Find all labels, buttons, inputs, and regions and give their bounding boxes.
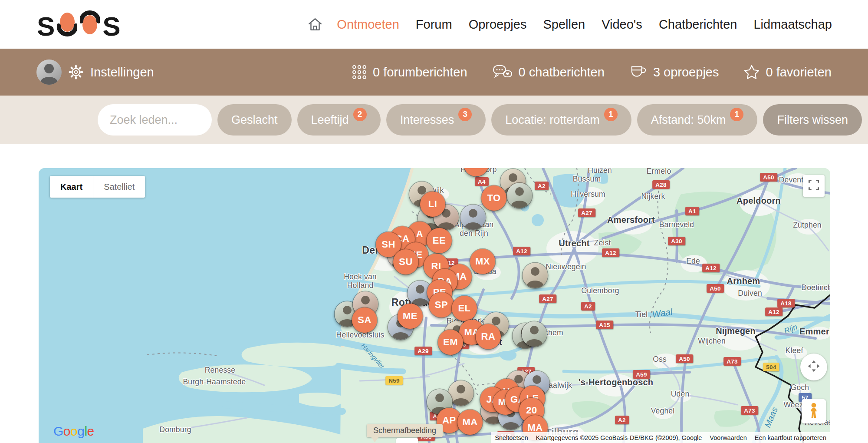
member-marker-el[interactable]: EL xyxy=(452,296,477,321)
member-marker-sp[interactable]: SP xyxy=(429,292,454,317)
member-marker-em[interactable]: EM xyxy=(438,330,463,355)
user-stats: 0 forumberichten0 chatberichten3 oproepj… xyxy=(352,64,832,80)
filter-chips: GeslachtLeeftijd2Interesses3Locatie: rot… xyxy=(217,104,862,136)
chip-label: Locatie: rotterdam xyxy=(505,113,600,127)
member-marker-ma[interactable]: MA xyxy=(457,410,483,435)
settings-label[interactable]: Instellingen xyxy=(90,65,154,79)
chip-count-badge: 2 xyxy=(353,108,367,121)
map-attribution: Sneltoetsen Kaartgegevens ©2025 GeoBasis… xyxy=(491,432,830,443)
screenshot-tooltip: Schermafbeelding xyxy=(367,424,443,437)
keyboard-shortcuts-link[interactable]: Sneltoetsen xyxy=(491,434,532,441)
member-photo-marker[interactable] xyxy=(507,183,532,208)
map-data-attribution: Kaartgegevens ©2025 GeoBasis-DE/BKG (©20… xyxy=(532,434,706,441)
member-marker-me[interactable]: ME xyxy=(398,304,423,329)
chip-count-badge: 3 xyxy=(458,108,472,121)
google-logo[interactable]: Google xyxy=(53,424,94,439)
filter-chip-leeftijd[interactable]: Leeftijd2 xyxy=(297,104,381,136)
map-markers-layer: TOLIACASHEEHESURIMXMADAPESPELMESAMARAEMU… xyxy=(39,168,830,443)
nav-item-spellen[interactable]: Spellen xyxy=(543,17,585,32)
member-marker-ee[interactable]: EE xyxy=(427,228,452,253)
logo-letter-s1: S xyxy=(37,14,55,39)
stat-0-forumberichten[interactable]: 0 forumberichten xyxy=(352,65,467,79)
pan-control[interactable] xyxy=(800,354,827,380)
nav-item-forum[interactable]: Forum xyxy=(416,17,452,32)
member-marker-to[interactable]: TO xyxy=(481,185,506,211)
member-photo-marker[interactable] xyxy=(523,263,548,288)
grid-dots-icon xyxy=(352,65,367,79)
logo-o-frown-icon xyxy=(80,10,100,39)
user-settings[interactable]: Instellingen xyxy=(36,60,154,85)
chip-count-badge: 1 xyxy=(604,108,618,121)
member-marker-su[interactable]: SU xyxy=(393,249,418,274)
pan-arrows-icon xyxy=(804,356,824,378)
chip-label: Geslacht xyxy=(231,113,278,127)
filter-chip-interesses[interactable]: Interesses3 xyxy=(386,104,486,136)
fullscreen-button[interactable] xyxy=(803,175,825,197)
map-type-satelliet-button[interactable]: Satelliet xyxy=(93,176,145,198)
stat-3-oproepjes[interactable]: 3 oproepjes xyxy=(630,64,719,80)
gear-icon[interactable] xyxy=(69,65,83,79)
pegman-button[interactable] xyxy=(802,399,826,423)
stat-label: 0 favorieten xyxy=(766,65,832,79)
chip-label: Afstand: 50km xyxy=(651,113,726,127)
stat-0-chatberichten[interactable]: 0 chatberichten xyxy=(493,64,605,80)
fullscreen-icon xyxy=(807,179,820,193)
search-input[interactable] xyxy=(98,104,212,136)
filter-chip-locatie-rotterdam[interactable]: Locatie: rotterdam1 xyxy=(491,104,631,136)
member-photo-marker[interactable] xyxy=(460,205,486,230)
nav-item-ontmoeten[interactable]: Ontmoeten xyxy=(337,17,399,32)
map-canvas[interactable]: HoofddorpKatwijkHuizenBussumErmeloDevent… xyxy=(39,168,830,443)
filter-chip-filters-wissen[interactable]: Filters wissen xyxy=(763,104,862,136)
nav-list: OntmoetenForumOproepjesSpellenVideo'sCha… xyxy=(337,17,832,32)
member-marker[interactable] xyxy=(464,168,489,176)
avatar[interactable] xyxy=(36,60,62,85)
home-icon[interactable] xyxy=(307,17,323,31)
stat-label: 0 chatberichten xyxy=(519,65,605,79)
logo-letter-s2: S xyxy=(102,14,120,39)
page: S S OntmoetenForumOproepjesSpellenVideo'… xyxy=(0,0,868,443)
member-marker-ra[interactable]: RA xyxy=(476,324,501,349)
stat-0-favorieten[interactable]: 0 favorieten xyxy=(744,65,832,80)
logo[interactable]: S S xyxy=(37,10,121,39)
star-icon xyxy=(744,65,760,80)
chip-count-badge: 1 xyxy=(730,108,743,121)
user-bar: Instellingen 0 forumberichten0 chatberic… xyxy=(0,49,868,96)
filter-chip-geslacht[interactable]: Geslacht xyxy=(217,104,292,136)
member-marker-li[interactable]: LI xyxy=(420,192,445,217)
filter-chip-afstand-50km[interactable]: Afstand: 50km1 xyxy=(637,104,758,136)
coffee-cup-icon xyxy=(630,64,647,80)
logo-o-smile-icon xyxy=(57,10,77,39)
pegman-icon xyxy=(808,402,819,420)
report-error-link[interactable]: Een kaartfout rapporteren xyxy=(751,434,830,441)
terms-link[interactable]: Voorwaarden xyxy=(706,434,750,441)
nav-item-oproepjes[interactable]: Oproepjes xyxy=(469,17,527,32)
screenshot-button[interactable] xyxy=(396,438,418,443)
chip-label: Interesses xyxy=(400,113,454,127)
nav-item-lidmaatschap[interactable]: Lidmaatschap xyxy=(753,17,832,32)
nav-item-chatberichten[interactable]: Chatberichten xyxy=(659,17,737,32)
stat-label: 3 oproepjes xyxy=(653,65,719,79)
filter-bar: GeslachtLeeftijd2Interesses3Locatie: rot… xyxy=(0,96,868,144)
header: S S OntmoetenForumOproepjesSpellenVideo'… xyxy=(0,0,868,49)
map-type-control: Kaart Satelliet xyxy=(50,176,145,198)
map-type-kaart-button[interactable]: Kaart xyxy=(50,176,93,198)
main-nav: OntmoetenForumOproepjesSpellenVideo'sCha… xyxy=(307,17,832,32)
member-marker-sa[interactable]: SA xyxy=(352,307,377,333)
nav-item-video-s[interactable]: Video's xyxy=(602,17,642,32)
chip-label: Leeftijd xyxy=(311,113,349,127)
chat-bubbles-icon xyxy=(493,64,513,80)
chip-label: Filters wissen xyxy=(777,113,848,127)
member-marker-mx[interactable]: MX xyxy=(470,249,495,274)
stat-label: 0 forumberichten xyxy=(373,65,467,79)
member-photo-marker[interactable] xyxy=(522,321,547,347)
